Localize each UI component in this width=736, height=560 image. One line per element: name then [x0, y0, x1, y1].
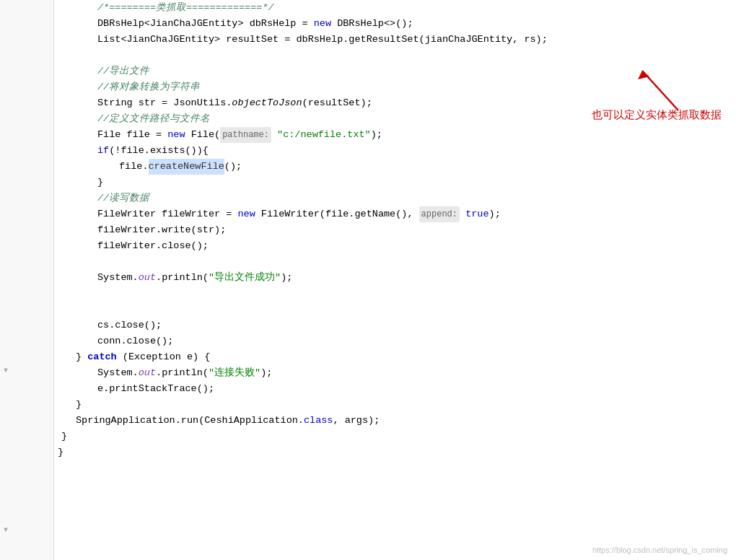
code-token: new — [167, 127, 185, 143]
fold-arrow-bottom[interactable]: ▼ — [0, 524, 12, 535]
code-token: //定义文件路径与文件名 — [97, 111, 210, 127]
code-token: } — [76, 397, 82, 413]
code-token: ); — [489, 206, 501, 222]
code-line: cs.close(); — [54, 318, 736, 333]
code-token: file. — [119, 159, 149, 175]
watermark: https://blog.csdn.net/spring_is_coming — [592, 546, 727, 554]
code-line — [54, 254, 736, 270]
code-token: objectToJson — [232, 95, 302, 111]
code-line: /*========类抓取=============*/ — [54, 0, 736, 16]
code-token: new — [314, 16, 331, 32]
code-line: file.createNewFile(); — [54, 159, 736, 175]
code-token: //导出文件 — [97, 64, 149, 79]
code-line: fileWriter.write(str); — [54, 222, 736, 238]
code-token: (!file.exists()){ — [109, 143, 209, 159]
code-area: /*========类抓取=============*/ DBRsHelp<Ji… — [54, 0, 736, 560]
code-token: (resultSet); — [302, 95, 372, 111]
code-token: out — [139, 270, 156, 286]
code-line: e.printStackTrace(); — [54, 381, 736, 397]
code-line: } — [54, 175, 736, 191]
page-wrapper: ▼ ▼ /*========类抓取=============*/ DBRsHel… — [0, 0, 736, 560]
code-token: fileWriter.close(); — [97, 238, 209, 254]
code-line — [54, 48, 736, 64]
fold-arrow-catch[interactable]: ▼ — [0, 364, 12, 376]
code-line: System.out.println("导出文件成功"); — [54, 270, 736, 286]
code-line: System.out.println("连接失败"); — [54, 365, 736, 381]
code-token: if — [97, 143, 109, 159]
code-token — [460, 206, 465, 222]
code-token: cs.close(); — [97, 318, 162, 333]
code-line — [54, 302, 736, 318]
code-token: ); — [260, 365, 272, 381]
code-token: } — [76, 349, 87, 365]
code-line: } — [54, 429, 736, 445]
annotation-arrow — [628, 64, 685, 114]
code-token: conn.close(); — [97, 333, 173, 349]
code-token: String str = JsonUtils. — [97, 95, 232, 111]
code-token: DBRsHelp<>(); — [331, 16, 413, 32]
annotation-container: 也可以定义实体类抓取数据 — [584, 64, 722, 122]
code-token: FileWriter fileWriter = — [97, 206, 237, 222]
code-token: createNewFile — [149, 159, 224, 175]
code-token: //读写数据 — [97, 191, 149, 206]
code-token: SpringApplication.run(CeshiApplication. — [76, 413, 304, 429]
code-token: "导出文件成功" — [209, 270, 281, 286]
code-token: } — [97, 175, 103, 191]
code-line: } — [54, 445, 736, 460]
code-token: catch — [87, 349, 117, 365]
code-token: } — [61, 429, 67, 445]
code-token: pathname: — [220, 127, 271, 143]
code-token: } — [58, 445, 63, 460]
code-token: File file = — [97, 127, 167, 143]
code-line: List<JianChaJGEntity> resultSet = dbRsHe… — [54, 32, 736, 48]
code-line: fileWriter.close(); — [54, 238, 736, 254]
code-line: } — [54, 397, 736, 413]
code-token: /*========类抓取=============*/ — [97, 0, 274, 16]
code-token: .println( — [156, 270, 209, 286]
code-line: SpringApplication.run(CeshiApplication.c… — [54, 413, 736, 429]
code-token: (); — [224, 159, 242, 175]
code-token: "c:/newfile.txt" — [277, 127, 371, 143]
code-line: //读写数据 — [54, 191, 736, 206]
code-token: "连接失败" — [209, 365, 260, 381]
code-line: conn.close(); — [54, 333, 736, 349]
code-token: List<JianChaJGEntity> resultSet = dbRsHe… — [97, 32, 548, 48]
code-token: true — [465, 206, 489, 222]
code-line: File file = new File(pathname: "c:/newfi… — [54, 127, 736, 143]
code-token: ); — [371, 127, 382, 143]
code-token: File( — [185, 127, 221, 143]
code-line: FileWriter fileWriter = new FileWriter(f… — [54, 206, 736, 222]
code-token: class — [304, 413, 333, 429]
code-line — [54, 286, 736, 302]
code-token: ); — [281, 270, 292, 286]
code-token: //将对象转换为字符串 — [97, 79, 200, 95]
code-token: .println( — [156, 365, 209, 381]
code-token: out — [139, 365, 156, 381]
code-line-catch: } catch (Exception e) { — [54, 349, 736, 365]
code-token: append: — [419, 206, 460, 222]
code-token: System. — [97, 270, 139, 286]
code-token: , args); — [333, 413, 380, 429]
code-token: e.printStackTrace(); — [97, 381, 214, 397]
code-token: FileWriter(file.getName(), — [255, 206, 419, 222]
code-token: DBRsHelp<JianChaJGEntity> dbRsHelp = — [97, 16, 314, 32]
code-token: System. — [97, 365, 139, 381]
code-token: (Exception e) { — [117, 349, 211, 365]
code-token: new — [237, 206, 255, 222]
code-token — [271, 127, 277, 143]
code-line: DBRsHelp<JianChaJGEntity> dbRsHelp = new… — [54, 16, 736, 32]
left-gutter: ▼ ▼ — [0, 0, 54, 560]
code-line: if(!file.exists()){ — [54, 143, 736, 159]
code-token: fileWriter.write(str); — [97, 222, 226, 238]
